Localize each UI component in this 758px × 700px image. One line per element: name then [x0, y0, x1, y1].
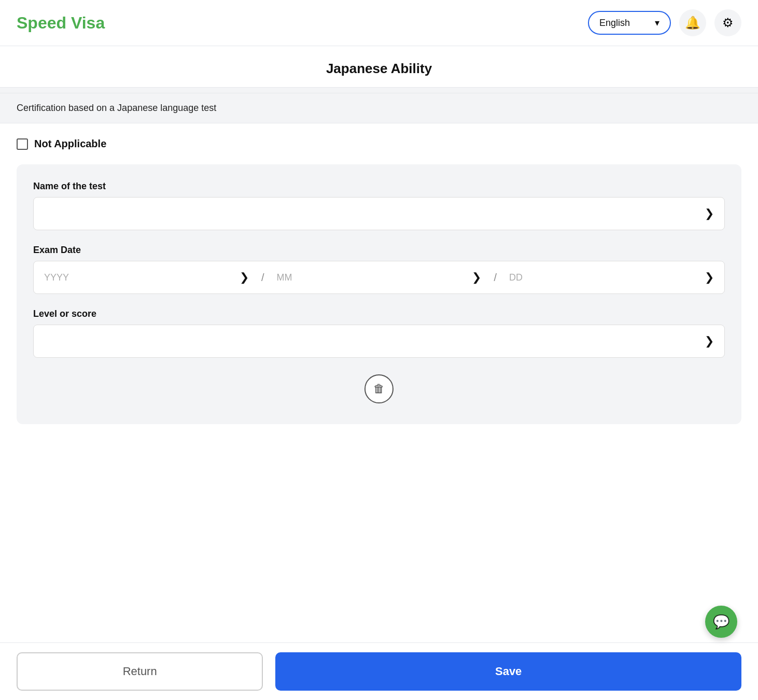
month-chevron-icon: ❯	[472, 271, 481, 284]
delete-button[interactable]: 🗑	[364, 374, 394, 403]
chat-button[interactable]: 💬	[705, 606, 737, 638]
delete-btn-row: 🗑	[33, 374, 725, 403]
main-content: Not Applicable Name of the test ❯ Exam D…	[0, 123, 758, 439]
day-select[interactable]: DD ❯	[499, 261, 724, 293]
logo: Speed Visa	[17, 13, 105, 33]
test-name-select[interactable]: ❯	[33, 197, 725, 230]
bell-icon: 🔔	[685, 16, 700, 30]
section-divider	[0, 87, 758, 93]
day-chevron-icon: ❯	[705, 271, 714, 284]
year-chevron-icon: ❯	[240, 271, 249, 284]
not-applicable-checkbox[interactable]	[17, 138, 28, 150]
month-placeholder: MM	[277, 272, 292, 283]
exam-date-label: Exam Date	[33, 245, 725, 256]
form-card: Name of the test ❯ Exam Date YYYY ❯ / MM…	[17, 164, 741, 424]
header: Speed Visa English ▾ 🔔 ⚙	[0, 0, 758, 46]
page-title-section: Japanese Ability	[0, 46, 758, 87]
trash-icon: 🗑	[373, 382, 385, 396]
exam-date-row: YYYY ❯ / MM ❯ / DD ❯	[33, 261, 725, 294]
level-score-chevron-icon: ❯	[705, 334, 714, 348]
level-score-select[interactable]: ❯	[33, 325, 725, 358]
date-separator-1: /	[259, 272, 266, 284]
language-label: English	[599, 18, 630, 29]
settings-button[interactable]: ⚙	[714, 9, 741, 36]
level-score-label: Level or score	[33, 309, 725, 319]
level-score-field: Level or score ❯	[33, 309, 725, 358]
date-separator-2: /	[492, 272, 499, 284]
language-chevron-icon: ▾	[655, 17, 659, 29]
chat-icon: 💬	[713, 614, 729, 630]
header-right: English ▾ 🔔 ⚙	[588, 9, 741, 36]
page-title: Japanese Ability	[0, 61, 758, 77]
not-applicable-row: Not Applicable	[17, 138, 741, 150]
subtitle-text: Certification based on a Japanese langua…	[17, 103, 216, 113]
save-button[interactable]: Save	[275, 652, 741, 691]
test-name-label: Name of the test	[33, 181, 725, 192]
month-select[interactable]: MM ❯	[266, 261, 492, 293]
year-select[interactable]: YYYY ❯	[34, 261, 259, 293]
gear-icon: ⚙	[722, 16, 734, 30]
day-placeholder: DD	[509, 272, 523, 283]
language-selector[interactable]: English ▾	[588, 11, 671, 35]
notification-button[interactable]: 🔔	[679, 9, 706, 36]
year-placeholder: YYYY	[44, 272, 69, 283]
exam-date-field: Exam Date YYYY ❯ / MM ❯ / DD ❯	[33, 245, 725, 294]
test-name-field: Name of the test ❯	[33, 181, 725, 230]
subtitle-bar: Certification based on a Japanese langua…	[0, 93, 758, 123]
footer: Return Save	[0, 642, 758, 700]
test-name-chevron-icon: ❯	[705, 207, 714, 220]
not-applicable-label: Not Applicable	[34, 138, 106, 150]
return-button[interactable]: Return	[17, 652, 263, 691]
